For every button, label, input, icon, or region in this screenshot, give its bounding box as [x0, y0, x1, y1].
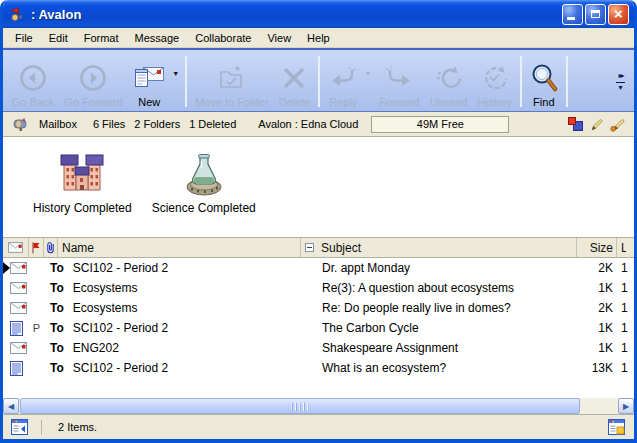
to-label: To [50, 321, 64, 335]
folder-icon [217, 59, 247, 96]
history-cycle-icon [480, 59, 510, 96]
shortcut-label: History Completed [33, 201, 132, 215]
message-envelope-icon [10, 342, 27, 354]
row-size: 1K [576, 321, 616, 335]
window-title: : Avalon [31, 7, 560, 22]
toolbar: Go Back Go Forward New ▼ [3, 48, 634, 112]
toolbar-separator [566, 56, 568, 107]
row-size: 13K [576, 361, 616, 375]
h-building-icon [56, 148, 108, 198]
to-label: To [50, 261, 64, 275]
minimize-button[interactable] [562, 4, 583, 25]
scroll-left-arrow-icon[interactable]: ◀ [3, 398, 19, 414]
items-count-label: 2 Items. [58, 421, 97, 433]
forward-label: Forward [379, 96, 419, 108]
row-size: 1K [576, 281, 616, 295]
message-row[interactable]: ToEcosystems Re(3): A question about eco… [3, 278, 634, 298]
title-bar[interactable]: : Avalon × [3, 0, 634, 28]
header-last-modified-column[interactable]: L [616, 238, 634, 257]
minimize-icon [567, 17, 575, 20]
row-name: SCI102 - Period 2 [73, 261, 168, 275]
menu-edit[interactable]: Edit [41, 29, 76, 47]
scrollbar-thumb[interactable] [20, 398, 580, 414]
maximize-icon [591, 10, 600, 18]
header-size-column[interactable]: Size [576, 238, 616, 257]
name-header-label: Name [62, 241, 94, 255]
statusbar-separator [41, 420, 42, 435]
forward-send-arrow-icon [384, 59, 414, 96]
header-flag-column[interactable] [29, 238, 44, 257]
delete-x-icon [280, 59, 308, 96]
row-date-truncated: 1 [616, 301, 634, 315]
message-row[interactable]: ToSCI102 - Period 2 What is an ecosystem… [3, 358, 634, 378]
row-icon-cell [3, 302, 29, 314]
scroll-right-arrow-icon[interactable]: ▶ [618, 398, 634, 414]
header-attachment-column[interactable] [44, 238, 58, 257]
shortcut-science-completed[interactable]: Science Completed [152, 148, 256, 215]
magnifier-icon [530, 59, 558, 96]
menu-view[interactable]: View [259, 29, 299, 47]
split-view-icon[interactable] [608, 419, 626, 435]
to-label: To [50, 301, 64, 315]
message-row[interactable]: ToEcosystems Re: Do people really live i… [3, 298, 634, 318]
row-date-truncated: 1 [616, 341, 634, 355]
find-button[interactable]: Find [525, 53, 563, 110]
signature-pencil-icon[interactable] [610, 117, 625, 132]
horizontal-scrollbar[interactable]: ◀ ▶ [3, 398, 634, 414]
go-forward-label: Go Forward [64, 96, 122, 108]
menu-collaborate[interactable]: Collaborate [187, 29, 259, 47]
app-knight-flag-icon [8, 6, 25, 22]
menu-format[interactable]: Format [76, 29, 127, 47]
message-row[interactable]: ToSCI102 - Period 2 Dr. appt Monday 2K 1 [3, 258, 634, 278]
subject-header-label: Subject [321, 241, 361, 255]
row-name: Ecosystems [73, 301, 138, 315]
maximize-button[interactable] [585, 4, 606, 25]
menu-message[interactable]: Message [127, 29, 188, 47]
row-size: 2K [576, 261, 616, 275]
header-subject-column[interactable]: Subject [300, 238, 576, 257]
to-label: To [50, 281, 64, 295]
mailbox-icon [12, 116, 29, 132]
pencil-icon[interactable] [590, 117, 603, 132]
new-dropdown-arrow-icon[interactable]: ▼ [171, 53, 182, 110]
go-forward-button: Go Forward [59, 53, 127, 110]
message-envelope-icon [10, 282, 27, 294]
row-date-truncated: 1 [616, 321, 634, 335]
new-message-icon [132, 59, 166, 96]
row-subject: Re(3): A question about ecosystems [300, 281, 576, 295]
shortcut-history-completed[interactable]: History Completed [33, 148, 132, 215]
back-circle-arrow-icon [18, 59, 48, 96]
header-name-column[interactable]: Name [58, 238, 300, 257]
new-button[interactable]: New [127, 53, 171, 110]
free-space-label: 49M Free [417, 118, 464, 130]
new-label: New [138, 96, 160, 108]
toolbar-overflow-chevron-icon[interactable]: ▸▸ ▾ [611, 53, 630, 110]
message-row[interactable]: ToENG202 Shakespeare Assignment 1K 1 [3, 338, 634, 358]
move-to-folder-button: Move to Folder [190, 53, 273, 110]
menu-help[interactable]: Help [299, 29, 338, 47]
selection-pointer-icon [3, 262, 10, 274]
row-flag: P [29, 322, 44, 334]
size-header-label: Size [590, 241, 613, 255]
history-button: History [473, 53, 517, 110]
header-item-type-column[interactable] [3, 238, 29, 257]
message-envelope-icon [10, 262, 27, 274]
layers-icon[interactable] [568, 117, 583, 131]
menu-bar: File Edit Format Message Collaborate Vie… [3, 28, 634, 48]
files-count: 6 Files [93, 118, 125, 130]
collapse-minus-box[interactable] [305, 243, 314, 252]
toolbar-separator [520, 56, 522, 107]
menu-file[interactable]: File [7, 29, 41, 47]
row-icon-cell [3, 282, 29, 294]
close-button[interactable]: × [608, 4, 629, 25]
toggle-left-pane-icon[interactable] [11, 419, 29, 435]
row-name: Ecosystems [73, 281, 138, 295]
toolbar-separator [318, 56, 320, 107]
find-label: Find [533, 96, 554, 108]
message-row[interactable]: P ToSCI102 - Period 2 The Carbon Cycle 1… [3, 318, 634, 338]
message-list: ToSCI102 - Period 2 Dr. appt Monday 2K 1… [3, 258, 634, 398]
server-user-label: Avalon : Edna Cloud [258, 118, 358, 130]
forward-circle-arrow-icon [78, 59, 108, 96]
message-envelope-icon [8, 242, 23, 253]
paperclip-icon [46, 241, 56, 254]
